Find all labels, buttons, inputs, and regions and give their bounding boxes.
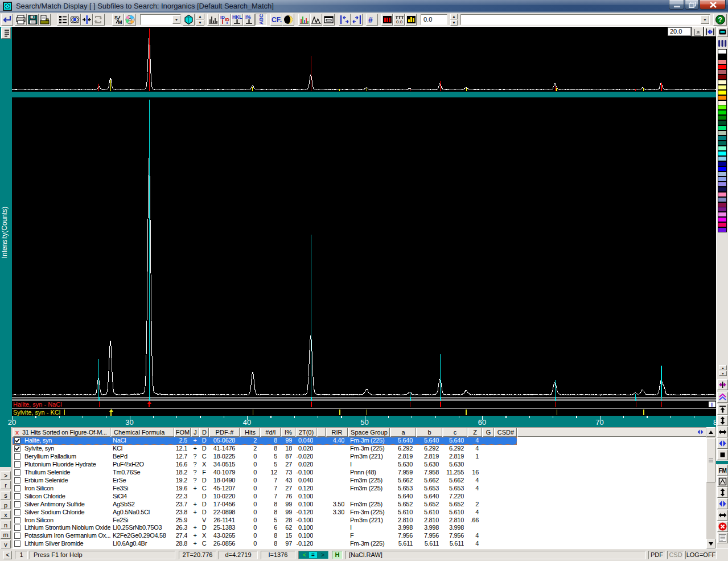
svg-text:ID: ID [220, 15, 225, 20]
svg-text:I%: I% [245, 14, 251, 20]
svg-text:CF.: CF. [272, 16, 282, 24]
svg-text:FM: FM [719, 467, 727, 473]
svg-text:?: ? [718, 16, 722, 24]
svg-text:0.0: 0.0 [396, 19, 403, 24]
svg-text:HKL: HKL [232, 14, 242, 20]
svg-text:ABC: ABC [258, 14, 264, 24]
svg-text:M: M [118, 19, 122, 25]
svg-text:#: # [368, 15, 373, 24]
svg-text:ID: ID [225, 17, 229, 22]
